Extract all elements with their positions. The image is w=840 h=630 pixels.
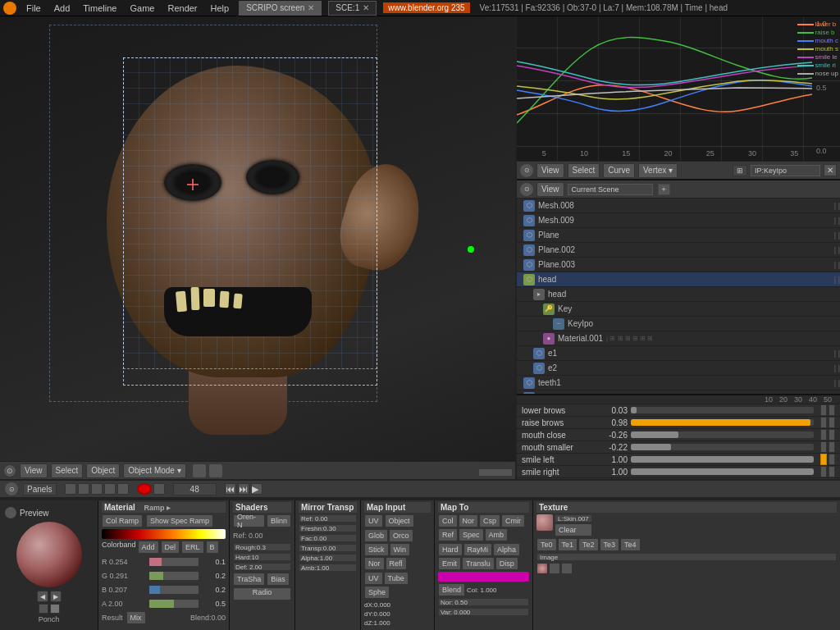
tree-item-plane003[interactable]: ⬡ Plane.003 | | [517,258,840,272]
shape-key-mouth-smaller[interactable]: mouth smaller -0.22 [517,441,840,454]
graph-view-menu[interactable]: View [536,163,564,178]
blender-url[interactable]: www.blender.org 235 [383,2,469,13]
panels-icon[interactable]: ⊙ [5,482,18,495]
key-marker[interactable] [820,429,827,441]
orco-btn[interactable]: Orco [389,529,413,542]
colorband-add[interactable]: Add [138,541,159,554]
stick-btn[interactable]: Stick [364,543,389,556]
mix-btn[interactable]: Mix [126,611,146,624]
map-to-color[interactable] [438,572,529,582]
tree-item-plane002[interactable]: ⬡ Plane.002 | | [517,243,840,258]
transp-input[interactable]: Transp:0.00 [299,544,357,552]
tree-item-e1[interactable]: ⬡ e1 | | [517,346,840,361]
fac-input[interactable]: Fac:0.00 [299,534,357,542]
spec-ramp-btn[interactable]: Show Spec Ramp [146,514,213,527]
menu-timeline[interactable]: Timeline [80,3,120,13]
color-swatch-2[interactable] [50,604,60,614]
disp-btn[interactable]: Disp [495,557,518,570]
colorband-erl[interactable]: ERL [181,541,204,554]
key-marker[interactable] [820,466,827,477]
win-btn[interactable]: Win [390,543,411,556]
key-marker[interactable] [829,466,835,477]
trasha-btn[interactable]: TraSha [233,573,265,586]
screen-tab[interactable]: SCRIPO screen ✕ [239,1,322,16]
graph-close[interactable]: ✕ [824,164,837,176]
tree-item-head-sub[interactable]: ▸ head [517,287,840,302]
translu-btn[interactable]: Translu [462,557,495,570]
shape-key-mouth-close[interactable]: mouth close -0.26 [517,429,840,441]
key-marker[interactable] [820,404,827,416]
alpha-input[interactable]: Alpha:1.00 [299,554,357,562]
amb-input[interactable]: Amb:1.00 [299,564,357,572]
sphe-btn[interactable]: Sphe [364,586,390,599]
scene-icon[interactable]: ⊙ [520,183,533,196]
glob-btn[interactable]: Glob [364,529,388,542]
radio-btn[interactable]: Radio [233,587,291,600]
viewport-icon[interactable]: ⊙ [3,464,16,477]
def-input[interactable]: Def: 2.00 [233,563,291,571]
tree-item-mesh009[interactable]: ⬡ Mesh.009 | | [517,213,840,228]
ref-map-btn[interactable]: Ref [438,528,458,541]
nor-val-input[interactable]: Nor: 0.50 [438,598,529,606]
panel-btn2[interactable] [78,483,89,495]
tube-btn[interactable]: Tube [384,572,409,585]
audio-btn[interactable] [153,483,165,495]
graph-select-menu[interactable]: Select [568,163,600,178]
tree-item-material[interactable]: ● Material.001 | ⊞ ⊞ ⊞ ⊞ ⊞ ⊞ [517,331,840,346]
shape-key-lower-brows[interactable]: lower brows 0.03 [517,404,840,417]
tex-slot-2[interactable]: Te2 [578,538,599,551]
anim-btn2[interactable]: ⏭ [238,483,249,495]
key-marker[interactable] [829,441,835,453]
panel-btn4[interactable] [104,483,116,495]
menu-add[interactable]: Add [51,3,74,13]
hard-input[interactable]: Hard:10 [233,553,291,561]
graph-vertex-dropdown[interactable]: Vertex ▾ [638,163,678,178]
preview-icon[interactable] [5,507,16,518]
object-btn[interactable]: Object [385,514,414,527]
nor-map-btn[interactable]: Nor [459,514,479,527]
shape-key-raise-brows[interactable]: raise brows 0.98 [517,417,840,429]
current-scene-input[interactable]: Current Scene [568,184,653,195]
color-swatch-1[interactable] [39,604,48,614]
prev-btn-2[interactable]: ▶ [50,591,62,602]
hard-map-btn[interactable]: Hard [438,543,463,556]
viewport-btn1[interactable] [193,464,206,477]
col-ramp-btn[interactable]: Col Ramp [102,514,143,527]
tex-mini-3[interactable] [561,563,573,574]
select-menu[interactable]: Select [51,463,84,478]
tex-slot-0[interactable]: Te0 [536,538,557,551]
key-marker[interactable] [820,441,827,453]
key-marker[interactable] [829,417,835,428]
tree-item-head[interactable]: ⬡ head | | [517,272,840,287]
refl-btn[interactable]: Refl [386,557,407,570]
tex-mini-2[interactable] [549,563,560,574]
viewport-btn2[interactable] [209,464,222,477]
uv-sub-btn[interactable]: UV [364,572,383,585]
anim-btn1[interactable]: ⏮ [225,483,236,495]
spec-map-btn[interactable]: Spec [459,528,484,541]
tex-mini-1[interactable] [536,563,548,574]
menu-render[interactable]: Render [164,3,200,13]
menu-help[interactable]: Help [208,3,233,13]
key-marker[interactable] [829,429,835,441]
key-marker[interactable] [829,454,835,465]
shape-key-smile-left[interactable]: smile left 1.00 [517,454,840,466]
texture-clear-btn[interactable]: Clear [555,523,592,536]
tex-slot-4[interactable]: Te4 [620,538,641,551]
tex-slot-1[interactable]: Te1 [558,538,578,551]
panel-btn1[interactable] [65,483,76,495]
shape-key-smile-right[interactable]: smile right 1.00 [517,466,840,478]
oren-btn[interactable]: Oren-N [233,514,265,527]
colorband[interactable] [102,529,226,539]
blend-map-btn[interactable]: Blend [438,583,465,596]
ref-transp-input[interactable]: Ref: 0.00 [299,514,357,523]
tree-item-key[interactable]: 🔑 Key [517,302,840,317]
menu-game[interactable]: Game [126,3,158,13]
nor-btn[interactable]: Nor [364,557,385,570]
emit-btn[interactable]: Emit [438,557,461,570]
colorband-del[interactable]: Del [161,541,180,554]
frame-input[interactable]: 48 [173,483,217,495]
tree-item-keyipo[interactable]: ~ KeyIpo [517,317,840,331]
rough-input[interactable]: Rough:0.3 [233,543,291,551]
tree-item-teeth1[interactable]: ⬡ teeth1 | | [517,376,840,390]
